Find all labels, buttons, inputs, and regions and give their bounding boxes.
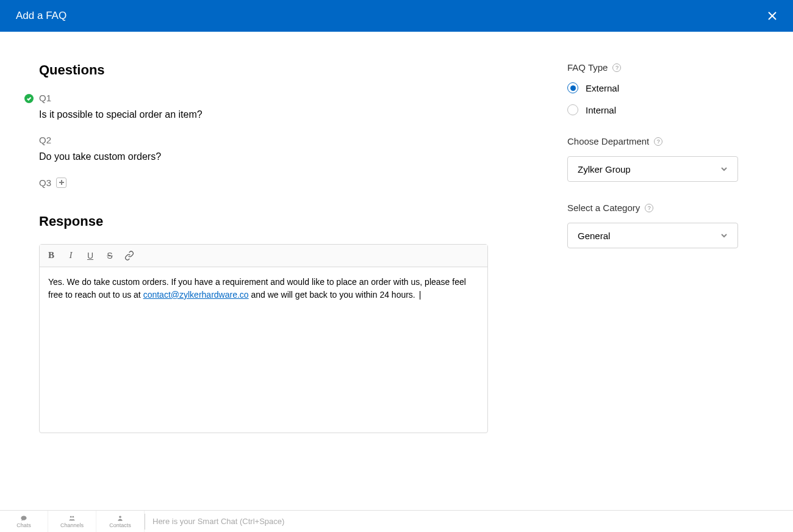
bottom-bar: Chats Channels Contacts Here is your Sma…: [0, 510, 793, 532]
right-column: FAQ Type ? External Internal Choose Depa…: [567, 62, 738, 510]
close-icon[interactable]: [767, 11, 777, 21]
radio-internal-label: Internal: [586, 105, 616, 115]
q3-label: Q3: [39, 178, 51, 188]
q2-text[interactable]: Do you take custom orders?: [39, 150, 488, 164]
radio-internal[interactable]: Internal: [567, 104, 738, 115]
response-text-after: and we will get back to you within 24 ho…: [249, 290, 418, 300]
help-icon[interactable]: ?: [654, 137, 662, 146]
chevron-down-icon: [720, 165, 728, 173]
tab-contacts-label: Contacts: [109, 522, 131, 528]
text-cursor: |: [419, 290, 422, 300]
left-column: Questions Q1 Is it possible to special o…: [39, 62, 488, 510]
chevron-down-icon: [720, 232, 728, 239]
category-value: General: [578, 231, 610, 241]
strikethrough-button[interactable]: S: [104, 250, 115, 261]
tab-channels-label: Channels: [60, 522, 84, 528]
category-section: Select a Category ? General: [567, 203, 738, 248]
faq-type-label: FAQ Type ?: [567, 62, 738, 73]
italic-button[interactable]: I: [65, 250, 76, 261]
category-label: Select a Category ?: [567, 203, 738, 213]
bold-button[interactable]: B: [46, 250, 57, 261]
question-3-row: Q3: [39, 178, 488, 188]
tab-chats[interactable]: Chats: [0, 511, 48, 532]
question-1: Q1 Is it possible to special order an it…: [39, 93, 488, 121]
response-editor: B I U S Yes. We do take custom orders. I…: [39, 244, 488, 433]
category-select[interactable]: General: [567, 223, 738, 248]
svg-point-5: [72, 516, 74, 517]
contacts-icon: [116, 515, 124, 522]
department-section: Choose Department ? Zylker Group: [567, 136, 738, 182]
smart-chat-input[interactable]: Here is your Smart Chat (Ctrl+Space): [145, 517, 793, 526]
faq-type-section: FAQ Type ? External Internal: [567, 62, 738, 115]
department-value: Zylker Group: [578, 164, 631, 174]
radio-external[interactable]: External: [567, 82, 738, 93]
response-heading: Response: [39, 214, 488, 229]
q1-text[interactable]: Is it possible to special order an item?: [39, 108, 488, 121]
response-email-link[interactable]: contact@zylkerhardware.co: [143, 290, 249, 300]
q2-label: Q2: [39, 135, 488, 145]
svg-point-4: [70, 516, 72, 517]
svg-point-6: [119, 516, 121, 518]
modal-header: Add a FAQ: [0, 0, 793, 32]
response-section: Response B I U S Yes. We do take custom …: [39, 214, 488, 433]
radio-circle-checked: [567, 82, 578, 93]
department-select[interactable]: Zylker Group: [567, 156, 738, 182]
check-icon: [24, 94, 34, 103]
content-area: Questions Q1 Is it possible to special o…: [0, 32, 793, 510]
tab-contacts[interactable]: Contacts: [96, 511, 145, 532]
radio-external-label: External: [586, 83, 619, 93]
radio-circle-unchecked: [567, 104, 578, 115]
underline-button[interactable]: U: [85, 250, 96, 261]
link-button[interactable]: [124, 250, 135, 261]
question-2: Q2 Do you take custom orders?: [39, 135, 488, 164]
editor-toolbar: B I U S: [40, 245, 487, 267]
department-label: Choose Department ?: [567, 136, 738, 146]
help-icon[interactable]: ?: [612, 63, 621, 72]
help-icon[interactable]: ?: [645, 204, 653, 212]
header-title: Add a FAQ: [16, 10, 66, 22]
tab-chats-label: Chats: [16, 522, 31, 528]
chat-icon: [20, 515, 28, 522]
channels-icon: [68, 515, 76, 522]
questions-heading: Questions: [39, 62, 488, 78]
add-question-button[interactable]: [56, 178, 66, 188]
q1-label: Q1: [39, 93, 488, 103]
tab-channels[interactable]: Channels: [48, 511, 96, 532]
editor-textarea[interactable]: Yes. We do take custom orders. If you ha…: [40, 267, 487, 433]
